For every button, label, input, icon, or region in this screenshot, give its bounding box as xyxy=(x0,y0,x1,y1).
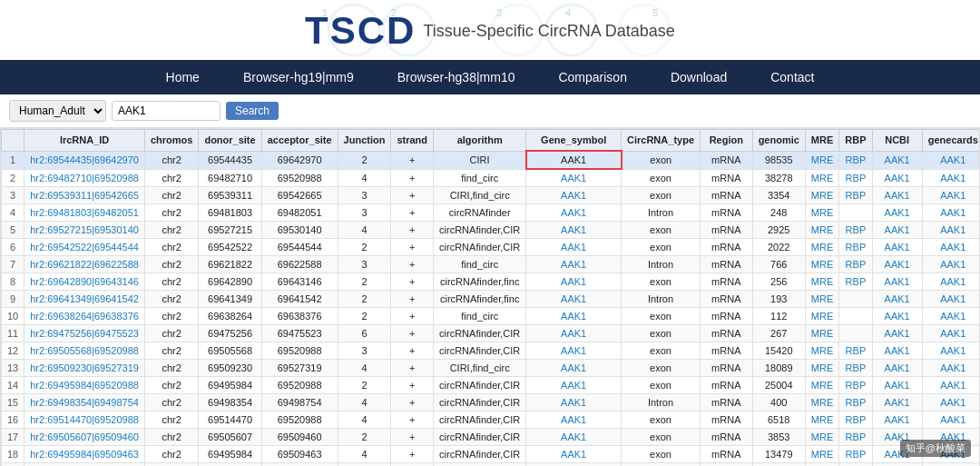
table-row: 16hr2:69514470|69520988chr26951447069520… xyxy=(2,411,981,429)
search-input[interactable] xyxy=(112,101,220,121)
watermark: 知乎@秋酸菜 xyxy=(900,440,971,457)
search-toolbar: Human_Adult Human_Fetal Mouse_Adult Mous… xyxy=(0,94,980,128)
col-gene-symbol: Gene_symbol xyxy=(526,130,622,152)
col-mre: MRE xyxy=(805,130,838,152)
table-row: 12hr2:69505568|69520988chr26950556869520… xyxy=(2,342,981,360)
col-algorithm: algorithm xyxy=(434,130,526,152)
nav-comparison[interactable]: Comparison xyxy=(536,60,648,94)
col-circrna-type: CircRNA_type xyxy=(622,130,701,152)
table-row: 6hr2:69542522|69544544chr269542522695445… xyxy=(2,239,981,256)
table-row: 9hr2:69641349|69641542chr269641349696415… xyxy=(2,291,981,308)
logo-tscd: TSCD xyxy=(305,9,416,53)
nav-browser-hg38[interactable]: Browser-hg38|mm10 xyxy=(376,60,537,94)
table-row: 8hr2:69642890|69643146chr269642890696431… xyxy=(2,273,981,291)
results-table: lrcRNA_ID chromos donor_site acceptor_si… xyxy=(1,129,980,466)
table-row: 3hr2:69539311|69542665chr269539311695426… xyxy=(2,187,981,204)
table-row: 17hr2:69505607|69509460chr26950560769509… xyxy=(2,429,981,446)
results-table-container[interactable]: lrcRNA_ID chromos donor_site acceptor_si… xyxy=(0,128,980,466)
table-row: 1hr2:69544435|69642970chr269544435696429… xyxy=(2,151,981,169)
table-header-row: lrcRNA_ID chromos donor_site acceptor_si… xyxy=(2,130,981,152)
nav-download[interactable]: Download xyxy=(649,60,749,94)
logo-area: TSCD Tissue-Specific CircRNA Database xyxy=(0,9,980,53)
table-row: 4hr2:69481803|69482051chr269481803694820… xyxy=(2,204,981,222)
species-dropdown[interactable]: Human_Adult Human_Fetal Mouse_Adult Mous… xyxy=(9,100,106,122)
table-row: 5hr2:69527215|69530140chr269527215695301… xyxy=(2,222,981,239)
col-genomic: genomic xyxy=(752,130,805,152)
main-nav: Home Browser-hg19|mm9 Browser-hg38|mm10 … xyxy=(0,60,980,94)
search-button[interactable]: Search xyxy=(226,102,279,120)
table-row: 19hr2:69458068|69459526chr26945806869459… xyxy=(2,463,981,467)
nav-browser-hg19[interactable]: Browser-hg19|mm9 xyxy=(221,60,376,94)
table-row: 10hr2:69638264|69638376chr26963826469638… xyxy=(2,308,981,325)
nav-contact[interactable]: Contact xyxy=(749,60,836,94)
table-row: 11hr2:69475256|69475523chr26947525669475… xyxy=(2,325,981,342)
col-acceptor-site: acceptor_site xyxy=(261,130,338,152)
logo-subtitle: Tissue-Specific CircRNA Database xyxy=(423,22,674,41)
col-ncbi: NCBI xyxy=(872,130,922,152)
col-rbp: RBP xyxy=(839,130,872,152)
col-lrcRNA-ID: lrcRNA_ID xyxy=(24,130,145,152)
col-donor-site: donor_site xyxy=(199,130,261,152)
table-row: 2hr2:69482710|69520988chr269482710695209… xyxy=(2,169,981,187)
page-header: 1 2 3 4 5 TSCD Tissue-Specific CircRNA D… xyxy=(0,0,980,60)
table-row: 18hr2:69495984|69509463chr26949598469509… xyxy=(2,446,981,463)
table-row: 13hr2:69509230|69527319chr26950923069527… xyxy=(2,360,981,377)
col-junction: Junction xyxy=(338,130,391,152)
col-num xyxy=(2,130,24,152)
nav-home[interactable]: Home xyxy=(144,60,221,94)
col-chromos: chromos xyxy=(144,130,198,152)
col-region: Region xyxy=(701,130,753,152)
table-row: 7hr2:69621822|69622588chr269621822696225… xyxy=(2,256,981,273)
table-row: 15hr2:69498354|69498754chr26949835469498… xyxy=(2,394,981,411)
col-strand: strand xyxy=(391,130,434,152)
table-row: 14hr2:69495984|69520988chr26949598469520… xyxy=(2,377,981,394)
col-genecards: genecards xyxy=(922,130,980,152)
